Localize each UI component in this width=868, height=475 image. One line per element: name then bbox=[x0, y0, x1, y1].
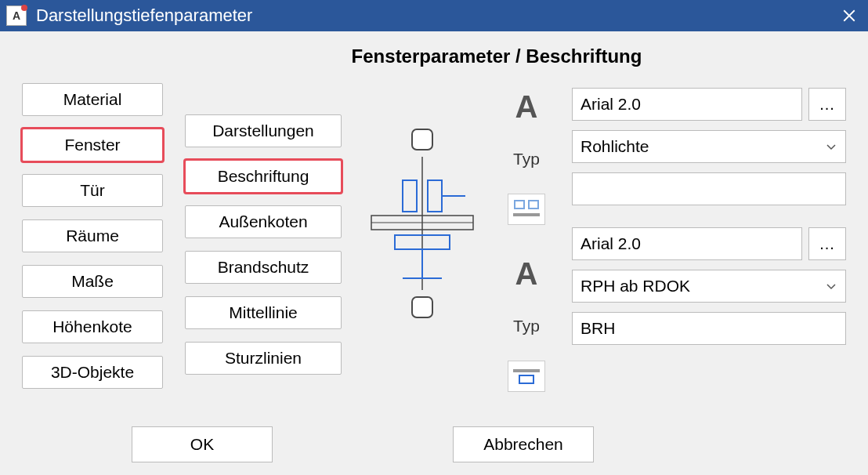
chevron-down-icon bbox=[825, 280, 837, 292]
primary-tab-fenster[interactable]: Fenster bbox=[22, 129, 163, 161]
footer: OK Abbrechen bbox=[22, 426, 846, 462]
primary-tab-material[interactable]: Material bbox=[22, 83, 163, 116]
window-body: Fensterparameter / Beschriftung Material… bbox=[0, 31, 868, 475]
lower-checkbox[interactable] bbox=[411, 296, 433, 318]
secondary-tab-darstellungen[interactable]: Darstellungen bbox=[185, 114, 342, 147]
app-icon: A bbox=[6, 5, 27, 26]
page-title: Fensterparameter / Beschriftung bbox=[147, 45, 846, 67]
secondary-tab-beschriftung[interactable]: Beschriftung bbox=[185, 160, 342, 193]
labels-column: A Typ A Typ bbox=[503, 89, 550, 392]
primary-tab-maße[interactable]: Maße bbox=[22, 265, 163, 298]
secondary-tab-mittellinie[interactable]: Mittellinie bbox=[185, 296, 342, 329]
cancel-button[interactable]: Abbrechen bbox=[453, 426, 594, 462]
window-preview-icon bbox=[363, 157, 481, 290]
upper-checkbox[interactable] bbox=[411, 129, 433, 150]
close-button[interactable] bbox=[830, 0, 868, 31]
close-icon bbox=[842, 9, 856, 23]
primary-tab-höhenkote[interactable]: Höhenkote bbox=[22, 310, 163, 343]
lower-typ-select[interactable]: RPH ab RDOK bbox=[572, 270, 846, 303]
ok-button[interactable]: OK bbox=[132, 426, 273, 462]
fields-column: Arial 2.0 ... Rohlichte Arial 2.0 ... RP… bbox=[572, 88, 846, 354]
lower-typ-label: Typ bbox=[513, 317, 540, 335]
secondary-tab-sturzlinien[interactable]: Sturzlinien bbox=[185, 342, 342, 375]
upper-prefix-icon bbox=[508, 194, 545, 225]
secondary-tab-außenkoten[interactable]: Außenkoten bbox=[185, 205, 342, 238]
window-title: Darstellungstiefenparameter bbox=[36, 5, 830, 26]
titlebar: A Darstellungstiefenparameter bbox=[0, 0, 868, 31]
svg-rect-4 bbox=[428, 180, 442, 212]
lower-font-input[interactable]: Arial 2.0 bbox=[572, 227, 802, 260]
svg-rect-13 bbox=[519, 375, 533, 383]
upper-font-icon: A bbox=[515, 89, 538, 125]
lower-font-browse-button[interactable]: ... bbox=[808, 227, 846, 260]
upper-font-browse-button[interactable]: ... bbox=[808, 88, 846, 121]
svg-rect-9 bbox=[515, 201, 524, 208]
primary-tabs: MaterialFensterTürRäumeMaßeHöhenkote3D-O… bbox=[22, 83, 163, 389]
main-row: MaterialFensterTürRäumeMaßeHöhenkote3D-O… bbox=[22, 83, 846, 420]
primary-tab-3d-objekte[interactable]: 3D-Objekte bbox=[22, 356, 163, 389]
upper-typ-select[interactable]: Rohlichte bbox=[572, 130, 846, 163]
upper-typ-value: Rohlichte bbox=[580, 137, 649, 156]
primary-tab-tür[interactable]: Tür bbox=[22, 174, 163, 207]
primary-tab-räume[interactable]: Räume bbox=[22, 219, 163, 252]
preview-column bbox=[363, 91, 481, 318]
svg-rect-10 bbox=[529, 201, 538, 208]
lower-font-icon: A bbox=[515, 256, 538, 292]
lower-prefix-icon bbox=[508, 361, 545, 392]
chevron-down-icon bbox=[825, 140, 837, 153]
upper-typ-label: Typ bbox=[513, 150, 540, 169]
secondary-tab-brandschutz[interactable]: Brandschutz bbox=[185, 251, 342, 284]
secondary-tabs: DarstellungenBeschriftungAußenkotenBrand… bbox=[185, 114, 342, 375]
upper-font-input[interactable]: Arial 2.0 bbox=[572, 88, 802, 121]
lower-prefix-input[interactable]: BRH bbox=[572, 312, 846, 345]
lower-typ-value: RPH ab RDOK bbox=[580, 277, 690, 296]
svg-rect-3 bbox=[403, 180, 417, 212]
upper-prefix-input[interactable] bbox=[572, 172, 846, 205]
